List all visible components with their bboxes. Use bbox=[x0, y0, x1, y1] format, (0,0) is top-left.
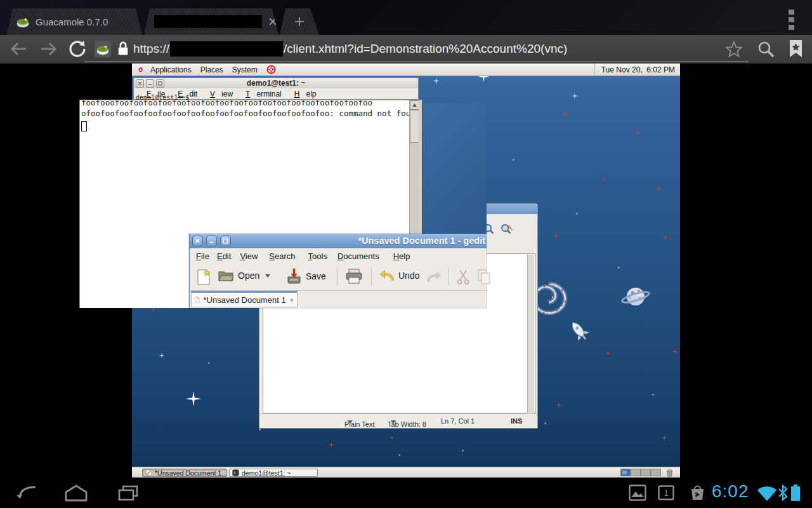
clock[interactable]: 6:02 bbox=[712, 481, 749, 502]
document-icon bbox=[195, 295, 200, 305]
menu-documents[interactable]: Documents bbox=[337, 251, 379, 261]
debian-logo-icon[interactable] bbox=[136, 65, 145, 74]
browser-viewport: Applications Places System Tue Nov 20, 6… bbox=[0, 64, 812, 478]
url-prefix: https:// bbox=[133, 42, 169, 56]
terminal-cursor bbox=[81, 121, 87, 131]
workspace-3[interactable] bbox=[641, 469, 651, 476]
cut-icon-disabled[interactable] bbox=[456, 269, 470, 284]
rocket-icon bbox=[565, 318, 592, 343]
workspace-2[interactable] bbox=[631, 469, 641, 476]
taskbar-window-gedit[interactable]: *Unsaved Document 1... bbox=[142, 469, 227, 477]
document-tab[interactable]: *Unsaved Document 1 bbox=[191, 291, 298, 307]
gedit-icon bbox=[145, 469, 152, 476]
trash-icon[interactable] bbox=[665, 468, 674, 478]
taskbar-window-label: demo1@test1: ~ bbox=[242, 469, 291, 477]
tab-guacamole[interactable]: Guacamole 0.7.0 bbox=[7, 8, 142, 35]
search-icon[interactable] bbox=[757, 40, 775, 58]
panel-menu-system[interactable]: System bbox=[232, 65, 258, 74]
red-star bbox=[634, 130, 641, 136]
red-star bbox=[556, 402, 562, 408]
copy-icon-disabled[interactable] bbox=[476, 269, 492, 285]
nav-back-icon[interactable] bbox=[15, 485, 38, 501]
new-document-icon[interactable] bbox=[196, 269, 211, 286]
undo-button[interactable]: Undo bbox=[379, 268, 419, 283]
nav-recents-icon[interactable] bbox=[117, 485, 140, 502]
bookmark-star-icon[interactable] bbox=[724, 41, 743, 59]
url-suffix: /client.xhtml?id=Demonstration%20Account… bbox=[284, 42, 567, 56]
refresh-icon[interactable] bbox=[67, 39, 86, 58]
bluetooth-icon bbox=[778, 484, 788, 502]
redo-icon-disabled[interactable] bbox=[426, 269, 442, 284]
scrollbar-thumb[interactable] bbox=[410, 110, 419, 143]
red-star bbox=[662, 235, 668, 241]
battery-icon bbox=[790, 483, 801, 502]
url-bar[interactable]: https:// /client.xhtml?id=Demonstration%… bbox=[133, 35, 567, 62]
window-close-icon[interactable] bbox=[192, 236, 203, 246]
workspace-1[interactable] bbox=[620, 469, 631, 476]
tab-title: Guacamole 0.7.0 bbox=[36, 17, 108, 27]
open-button[interactable]: Open bbox=[218, 268, 270, 283]
panel-menu-applications[interactable]: Applications bbox=[150, 65, 192, 74]
android-navbar: 1 6:02 bbox=[0, 478, 812, 508]
window-maximize-icon[interactable] bbox=[220, 236, 231, 246]
menu-help[interactable]: Help bbox=[288, 90, 317, 98]
taskbar-window-label: *Unsaved Document 1... bbox=[155, 469, 227, 477]
gnome-panel: Applications Places System Tue Nov 20, 6… bbox=[132, 64, 680, 76]
menu-edit[interactable]: Edit bbox=[217, 251, 231, 261]
save-button[interactable]: Save bbox=[286, 268, 326, 284]
red-star bbox=[662, 435, 667, 441]
gedit-scrollbar[interactable] bbox=[527, 255, 534, 413]
tab-close-icon[interactable] bbox=[290, 297, 294, 304]
red-star bbox=[605, 351, 611, 356]
menu-view[interactable]: View bbox=[240, 251, 258, 261]
forward-icon[interactable] bbox=[39, 41, 58, 57]
back-icon[interactable] bbox=[9, 41, 28, 57]
tab-redacted[interactable] bbox=[144, 8, 278, 35]
scroll-up-icon[interactable] bbox=[410, 100, 419, 110]
red-star bbox=[601, 176, 606, 181]
nav-home-icon[interactable] bbox=[64, 484, 88, 502]
redacted-tab-title bbox=[154, 15, 262, 28]
menu-file[interactable]: File bbox=[196, 251, 209, 261]
wifi-icon bbox=[757, 485, 777, 502]
shop-notification-icon[interactable] bbox=[689, 484, 706, 502]
redacted-host bbox=[170, 41, 283, 57]
help-lifebuoy-icon[interactable] bbox=[266, 65, 276, 74]
open-folder-icon bbox=[218, 268, 234, 283]
page-favicon-icon bbox=[95, 41, 111, 57]
workspace-4[interactable] bbox=[651, 469, 661, 476]
plus-icon bbox=[293, 15, 306, 28]
gedit-titlebar[interactable]: *Unsaved Document 1 - gedit bbox=[190, 234, 487, 248]
menu-terminal[interactable]: Terminal bbox=[239, 90, 282, 98]
menu-help[interactable]: Help bbox=[393, 251, 410, 261]
svg-text:1: 1 bbox=[664, 488, 668, 498]
panel-clock[interactable]: Tue Nov 20, 6:02 PM bbox=[594, 64, 675, 76]
panel-menu-places[interactable]: Places bbox=[200, 65, 223, 74]
star-sparkle bbox=[186, 391, 201, 406]
planet-icon bbox=[620, 282, 651, 314]
overflow-menu-icon[interactable] bbox=[789, 10, 795, 32]
terminal-titlebar[interactable]: demo1@test1: ~ bbox=[134, 78, 418, 88]
calendar-notification-icon[interactable]: 1 bbox=[658, 485, 674, 501]
tab-close-icon[interactable] bbox=[267, 16, 278, 27]
tab-label: *Unsaved Document 1 bbox=[204, 295, 286, 305]
gnome-taskbar: *Unsaved Document 1... demo1@test1: ~ bbox=[132, 467, 680, 478]
guacamole-favicon-icon bbox=[16, 15, 30, 29]
new-tab-button[interactable] bbox=[280, 8, 319, 35]
bookmarks-list-icon[interactable] bbox=[789, 39, 803, 58]
gallery-notification-icon[interactable] bbox=[629, 485, 646, 501]
print-icon[interactable] bbox=[344, 267, 363, 286]
replace-icon[interactable] bbox=[500, 223, 513, 235]
menu-view[interactable]: View bbox=[204, 90, 233, 98]
menu-tools[interactable]: Tools bbox=[308, 251, 327, 261]
terminal-icon bbox=[232, 469, 239, 476]
terminal-output-line: ofoofoofoofoofoofoofoofoofoofoofoofoofoo… bbox=[81, 109, 420, 118]
menu-search[interactable]: Search bbox=[269, 251, 295, 261]
terminal-title: demo1@test1: ~ bbox=[134, 79, 418, 88]
gedit-window-artifact[interactable]: *Unsaved Document 1 - gedit File Edit Vi… bbox=[189, 234, 487, 308]
taskbar-window-terminal[interactable]: demo1@test1: ~ bbox=[229, 469, 318, 477]
window-minimize-icon[interactable] bbox=[206, 236, 217, 246]
red-star bbox=[656, 185, 662, 191]
star-sparkle bbox=[433, 77, 440, 84]
chevron-down-icon bbox=[348, 420, 353, 424]
